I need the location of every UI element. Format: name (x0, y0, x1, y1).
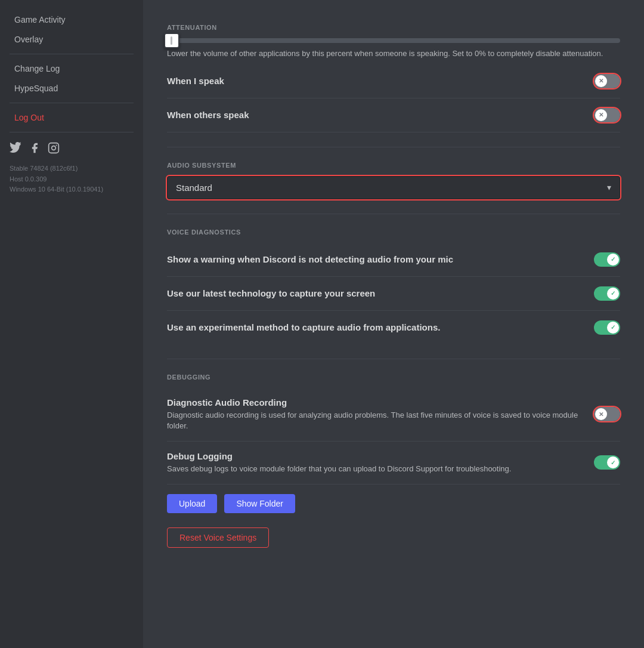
toggle-check-icon-1: ✓ (611, 256, 615, 263)
version-host: Host 0.0.309 (10, 174, 134, 185)
main-content: ATTENUATION Lower the volume of other ap… (143, 0, 644, 648)
twitter-icon[interactable] (10, 142, 21, 154)
sidebar-item-game-activity[interactable]: Game Activity (5, 10, 138, 29)
version-info: Stable 74824 (812c6f1) Host 0.0.309 Wind… (0, 159, 143, 200)
capture-screen-toggle[interactable]: ✓ (594, 286, 620, 301)
debug-logging-text: Debug Logging Saves debug logs to voice … (167, 451, 511, 474)
version-stable: Stable 74824 (812c6f1) (10, 163, 134, 174)
toggle-x-icon-3: ✕ (599, 411, 603, 418)
debug-logging-label: Debug Logging (167, 451, 511, 461)
social-links (0, 137, 143, 159)
diagnostic-recording-text: Diagnostic Audio Recording Diagnostic au… (167, 397, 582, 431)
toggle-check-icon-3: ✓ (611, 324, 615, 331)
when-i-speak-row: When I speak ✕ (167, 64, 620, 98)
attenuation-section: ATTENUATION Lower the volume of other ap… (167, 24, 620, 60)
capture-audio-label: Use an experimental method to capture au… (167, 322, 594, 332)
debug-logging-knob: ✓ (607, 456, 619, 468)
facebook-icon[interactable] (29, 142, 41, 154)
chevron-down-icon: ▾ (607, 183, 611, 192)
when-i-speak-label: When I speak (167, 76, 594, 86)
instagram-icon[interactable] (48, 142, 60, 154)
debug-buttons: Upload Show Folder (167, 494, 620, 513)
show-folder-button[interactable]: Show Folder (224, 494, 295, 513)
upload-button[interactable]: Upload (167, 494, 217, 513)
svg-point-1 (52, 146, 56, 150)
audio-subsystem-label: AUDIO SUBSYSTEM (167, 162, 620, 169)
when-others-speak-toggle[interactable]: ✕ (594, 108, 620, 122)
sidebar: Game Activity Overlay Change Log HypeSqu… (0, 0, 143, 648)
warn-no-audio-knob: ✓ (607, 254, 619, 266)
svg-point-2 (56, 144, 57, 146)
sidebar-item-overlay[interactable]: Overlay (5, 30, 138, 49)
reset-row: Reset Voice Settings (167, 527, 620, 548)
toggle-x-icon: ✕ (599, 78, 603, 84)
capture-screen-row: Use our latest technology to capture you… (167, 277, 620, 311)
when-i-speak-toggle-knob: ✕ (595, 75, 607, 87)
svg-rect-0 (49, 143, 59, 153)
diagnostic-recording-description: Diagnostic audio recording is used for a… (167, 410, 582, 431)
divider-attenuation (167, 147, 620, 147)
diagnostic-recording-toggle[interactable]: ✕ (594, 407, 620, 421)
sidebar-divider-3 (10, 132, 134, 132)
attenuation-label: ATTENUATION (167, 24, 620, 31)
audio-subsystem-dropdown[interactable]: Standard ▾ (167, 176, 620, 199)
warn-no-audio-toggle[interactable]: ✓ (594, 252, 620, 267)
diagnostic-recording-knob: ✕ (595, 408, 607, 420)
sidebar-divider-2 (10, 103, 134, 103)
warn-no-audio-row: Show a warning when Discord is not detec… (167, 243, 620, 277)
attenuation-description: Lower the volume of other applications b… (167, 48, 620, 60)
diagnostic-recording-row: Diagnostic Audio Recording Diagnostic au… (167, 388, 620, 442)
reset-voice-settings-button[interactable]: Reset Voice Settings (167, 527, 269, 548)
attenuation-slider-container (167, 38, 620, 43)
debugging-label: DEBUGGING (167, 374, 620, 381)
audio-subsystem-value: Standard (176, 183, 212, 193)
toggle-x-icon-2: ✕ (599, 112, 603, 118)
capture-screen-knob: ✓ (607, 288, 619, 300)
voice-diagnostics-section: VOICE DIAGNOSTICS Show a warning when Di… (167, 229, 620, 344)
capture-screen-label: Use our latest technology to capture you… (167, 288, 594, 298)
toggle-check-icon-4: ✓ (611, 459, 615, 466)
audio-subsystem-section: AUDIO SUBSYSTEM Standard ▾ (167, 162, 620, 199)
capture-audio-row: Use an experimental method to capture au… (167, 311, 620, 344)
toggle-check-icon-2: ✓ (611, 290, 615, 297)
sidebar-item-logout[interactable]: Log Out (5, 108, 138, 127)
audio-subsystem-dropdown-container: Standard ▾ (167, 176, 620, 199)
version-os: Windows 10 64-Bit (10.0.19041) (10, 184, 134, 195)
slider-thumb-inner (171, 36, 172, 45)
debug-logging-toggle[interactable]: ✓ (594, 455, 620, 470)
divider-audio-subsystem (167, 214, 620, 214)
warn-no-audio-label: Show a warning when Discord is not detec… (167, 254, 594, 264)
slider-track[interactable] (167, 38, 620, 43)
slider-thumb[interactable] (164, 33, 179, 48)
divider-voice-diagnostics (167, 359, 620, 359)
debug-logging-description: Saves debug logs to voice module folder … (167, 464, 511, 474)
when-others-speak-row: When others speak ✕ (167, 98, 620, 132)
sidebar-divider-1 (10, 54, 134, 54)
capture-audio-toggle[interactable]: ✓ (594, 320, 620, 335)
capture-audio-knob: ✓ (607, 322, 619, 334)
debugging-section: DEBUGGING Diagnostic Audio Recording Dia… (167, 374, 620, 514)
sidebar-item-hypesquad[interactable]: HypeSquad (5, 79, 138, 98)
sidebar-item-change-log[interactable]: Change Log (5, 59, 138, 78)
when-others-speak-toggle-knob: ✕ (595, 109, 607, 121)
debug-logging-row: Debug Logging Saves debug logs to voice … (167, 442, 620, 485)
voice-diagnostics-label: VOICE DIAGNOSTICS (167, 229, 620, 236)
when-i-speak-toggle[interactable]: ✕ (594, 74, 620, 88)
diagnostic-recording-label: Diagnostic Audio Recording (167, 397, 582, 408)
when-others-speak-label: When others speak (167, 110, 594, 120)
